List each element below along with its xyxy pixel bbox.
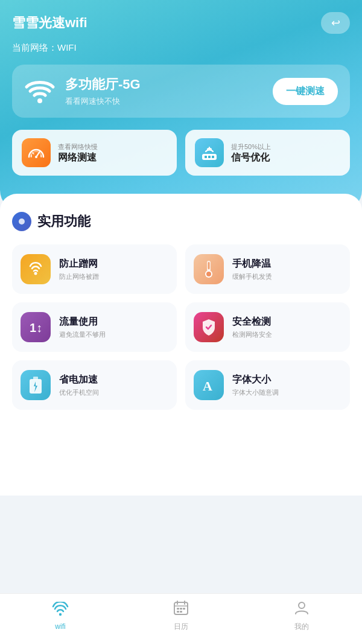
util-sub-battery: 优化手机空间	[59, 388, 99, 397]
util-sub-anti-leech: 防止网络被蹭	[59, 272, 99, 281]
svg-text:1↕: 1↕	[30, 321, 42, 334]
svg-rect-26	[177, 608, 179, 610]
nav-item-wifi[interactable]: wifi	[0, 602, 121, 631]
battery-icon	[21, 370, 51, 400]
app-title: 雪雪光速wifi	[12, 14, 87, 32]
feature-title-speed: 网络测速	[58, 151, 98, 164]
svg-text:A: A	[203, 378, 212, 394]
wifi-subtitle: 看看网速快不快	[65, 96, 141, 107]
wifi-signal-icon	[24, 78, 56, 104]
bottom-nav: wifi 日历 我的	[0, 593, 362, 644]
feature-text-speed: 查看网络快慢 网络测速	[58, 141, 98, 164]
util-sub-cooling: 缓解手机发烫	[232, 272, 272, 281]
wifi-info-text: 多功能厅-5G 看看网速快不快	[65, 75, 141, 107]
util-title-font-size: 字体大小	[232, 374, 279, 386]
wifi-info-card: 多功能厅-5G 看看网速快不快 一键测速	[12, 65, 350, 118]
utility-item-battery[interactable]: 省电加速 优化手机空间	[12, 360, 177, 410]
util-text-battery: 省电加速 优化手机空间	[59, 374, 99, 397]
nav-item-calendar[interactable]: 日历	[121, 600, 241, 632]
back-button[interactable]: ↩	[321, 12, 350, 34]
main-section: 实用功能 防止蹭网 防止网络被蹭	[0, 194, 362, 496]
svg-rect-27	[180, 608, 182, 610]
nav-label-wifi: wifi	[55, 622, 65, 631]
svg-rect-14	[208, 262, 210, 269]
util-sub-font-size: 字体大小随意调	[232, 388, 279, 397]
svg-point-16	[206, 272, 211, 276]
util-sub-security: 检测网络安全	[232, 330, 272, 339]
svg-point-2	[35, 156, 37, 158]
svg-rect-19	[33, 377, 38, 380]
thermometer-icon	[194, 254, 224, 284]
top-bar: 雪雪光速wifi ↩	[12, 12, 350, 34]
router-icon	[195, 138, 224, 167]
nav-label-calendar: 日历	[174, 622, 188, 632]
section-title-row: 实用功能	[12, 212, 350, 231]
feature-card-network-speed[interactable]: 查看网络快慢 网络测速	[12, 130, 177, 176]
util-text-cooling: 手机降温 缓解手机发烫	[232, 258, 272, 281]
nav-item-profile[interactable]: 我的	[241, 600, 362, 632]
svg-point-12	[34, 272, 37, 275]
data-usage-icon: 1↕	[21, 312, 51, 342]
font-size-icon: A	[194, 370, 224, 400]
feature-card-signal[interactable]: 提升50%以上 信号优化	[185, 130, 350, 176]
utility-item-cooling[interactable]: 手机降温 缓解手机发烫	[185, 244, 350, 294]
utility-item-security[interactable]: 安全检测 检测网络安全	[185, 302, 350, 352]
util-title-security: 安全检测	[232, 316, 272, 328]
feature-cards-row: 查看网络快慢 网络测速 提升50%以上 信号优化	[12, 130, 350, 176]
section-dot-icon	[12, 212, 31, 231]
util-title-cooling: 手机降温	[232, 258, 272, 270]
svg-rect-29	[177, 611, 179, 613]
svg-rect-28	[183, 608, 185, 610]
utility-item-data-usage[interactable]: 1↕ 流量使用 避免流量不够用	[12, 302, 177, 352]
utility-item-anti-leech[interactable]: 防止蹭网 防止网络被蹭	[12, 244, 177, 294]
utility-item-font-size[interactable]: A 字体大小 字体大小随意调	[185, 360, 350, 410]
util-text-font-size: 字体大小 字体大小随意调	[232, 374, 279, 397]
svg-point-0	[37, 98, 42, 103]
network-label: 当前网络：WIFI	[12, 42, 350, 54]
util-text-security: 安全检测 检测网络安全	[232, 316, 272, 339]
security-shield-icon	[194, 312, 224, 342]
wifi-icon-large	[24, 78, 56, 104]
utility-grid: 防止蹭网 防止网络被蹭 手机降温 缓解手机发烫	[12, 244, 350, 410]
wifi-shield-icon	[21, 254, 51, 284]
feature-text-signal: 提升50%以上 信号优化	[231, 141, 271, 164]
router-svg	[200, 144, 219, 161]
wifi-left: 多功能厅-5G 看看网速快不快	[24, 75, 141, 107]
util-title-battery: 省电加速	[59, 374, 99, 386]
nav-calendar-icon	[173, 600, 189, 619]
speedometer-svg	[27, 145, 45, 160]
wifi-name: 多功能厅-5G	[65, 75, 141, 94]
svg-rect-8	[208, 156, 211, 158]
speedometer-icon	[22, 138, 51, 167]
nav-wifi-icon	[52, 602, 69, 620]
feature-subtitle-speed: 查看网络快慢	[58, 142, 98, 151]
util-text-data-usage: 流量使用 避免流量不够用	[59, 316, 106, 339]
svg-rect-30	[180, 611, 182, 613]
feature-subtitle-signal: 提升50%以上	[231, 142, 271, 151]
util-title-anti-leech: 防止蹭网	[59, 258, 99, 270]
svg-point-21	[59, 613, 62, 615]
nav-profile-icon	[294, 600, 310, 619]
feature-title-signal: 信号优化	[231, 151, 271, 164]
svg-line-5	[33, 153, 34, 154]
util-sub-data-usage: 避免流量不够用	[59, 330, 106, 339]
back-icon: ↩	[331, 16, 340, 30]
util-text-anti-leech: 防止蹭网 防止网络被蹭	[59, 258, 99, 281]
speed-test-button[interactable]: 一键测速	[273, 78, 338, 105]
svg-rect-9	[212, 156, 214, 158]
header-area: 雪雪光速wifi ↩ 当前网络：WIFI 多功能厅-5G 看看网速快不快 一键测…	[0, 0, 362, 212]
util-title-data-usage: 流量使用	[59, 316, 106, 328]
section-title: 实用功能	[37, 212, 91, 231]
svg-rect-7	[205, 156, 207, 158]
nav-label-profile: 我的	[294, 622, 309, 632]
svg-point-11	[19, 218, 25, 225]
svg-point-31	[299, 602, 305, 608]
